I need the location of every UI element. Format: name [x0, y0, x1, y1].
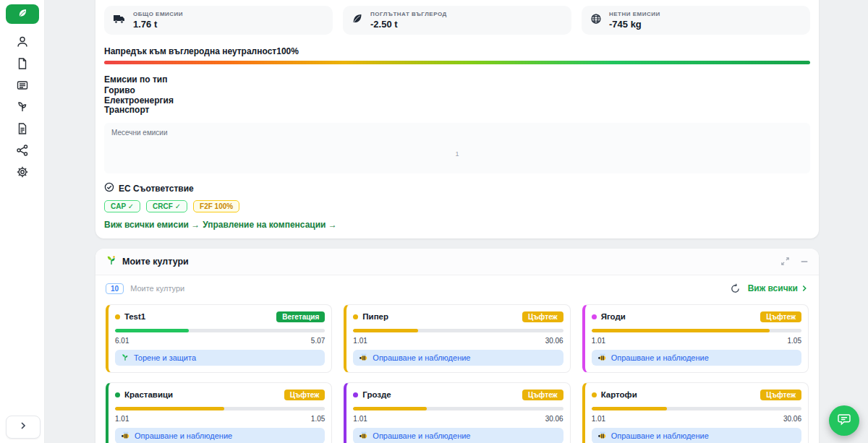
emissions-header-icon — [104, 0, 115, 1]
crop-progress-track — [353, 329, 563, 332]
offsets-management-link[interactable]: Управление на компенсации → — [203, 220, 337, 230]
crop-progress-track — [353, 407, 563, 410]
sidebar-item-profile[interactable] — [10, 33, 35, 54]
crops-toolbar: 10 Моите култури Виж всички — [95, 275, 819, 298]
crop-color-dot — [592, 314, 597, 319]
chart-page-number: 1 — [455, 150, 459, 158]
emissions-by-type: Емисии по тип Гориво Електроенергия Тран… — [104, 74, 810, 116]
crop-progress-fill — [353, 329, 418, 332]
user-icon — [16, 35, 29, 51]
truck-icon — [113, 14, 126, 27]
crop-action-row[interactable]: Опрашване и наблюдение — [115, 428, 325, 443]
emissions-by-type-title: Емисии по тип — [104, 74, 810, 85]
neutrality-value: 100% — [276, 46, 299, 56]
crop-start-date: 1.01 — [592, 337, 605, 345]
sidebar-item-dashboard[interactable] — [6, 4, 39, 24]
crop-card-krastavici[interactable]: Краставици Цъфтеж 1.01 1.05 Опрашване и … — [106, 382, 332, 443]
crop-end-date: 5.07 — [311, 337, 325, 345]
collapse-panel-button[interactable] — [800, 257, 809, 266]
globe-icon — [590, 13, 602, 27]
crops-panel-title: Моите култури — [122, 257, 189, 267]
sidebar-item-reports[interactable] — [10, 119, 35, 141]
stat-label: ОБЩО ЕМИСИИ — [133, 11, 183, 17]
crop-start-date: 1.01 — [353, 415, 367, 423]
crop-action-row[interactable]: Опрашване и наблюдение — [353, 350, 563, 366]
sidebar-item-news[interactable] — [10, 76, 35, 98]
crop-card-yagodi[interactable]: Ягоди Цъфтеж 1.01 1.05 Опрашване и наблю… — [582, 304, 809, 373]
leaf-icon — [352, 13, 363, 27]
crop-card-test1[interactable]: Test1 Вегетация 6.01 5.07 Торене и защит… — [106, 304, 332, 373]
view-all-emissions-link[interactable]: Виж всички емисии → — [104, 220, 200, 230]
refresh-icon[interactable] — [730, 283, 741, 294]
crop-start-date: 1.01 — [592, 415, 605, 423]
my-crops-panel: Моите култури 10 Моите култури Виж всичк… — [95, 249, 819, 443]
stat-total-emissions: ОБЩО ЕМИСИИ 1.76 t — [104, 6, 333, 35]
stat-value: -2.50 t — [370, 19, 447, 30]
crop-stage-badge: Цъфтеж — [522, 390, 563, 400]
view-all-crops-button[interactable]: Виж всички — [748, 283, 809, 293]
crop-name: Грозде — [362, 390, 391, 399]
crop-color-dot — [115, 314, 120, 319]
crop-end-date: 30.06 — [545, 337, 563, 345]
sidebar-expand-button[interactable] — [6, 416, 41, 439]
badge-crcf: CRCF ✓ — [146, 200, 187, 212]
crops-grid: Test1 Вегетация 6.01 5.07 Торене и защит… — [95, 298, 819, 443]
crop-progress-fill — [353, 407, 427, 410]
type-fuel: Гориво — [104, 86, 810, 96]
sidebar-item-share[interactable] — [10, 141, 35, 163]
crop-action-row[interactable]: Опрашване и наблюдение — [592, 350, 801, 366]
crop-stage-badge: Цъфтеж — [284, 390, 326, 400]
monthly-emissions-chart: Месечни емисии 1 — [104, 123, 810, 173]
crop-color-dot — [353, 314, 358, 319]
crop-action-row[interactable]: Торене и защита — [115, 350, 325, 366]
crop-end-date: 30.06 — [783, 415, 801, 423]
crop-color-dot — [115, 392, 120, 397]
crops-count-badge: 10 — [106, 283, 124, 294]
crop-end-date: 1.05 — [788, 337, 801, 345]
neutrality-progress-bar — [104, 61, 810, 64]
crop-action-label: Опрашване и наблюдение — [611, 353, 709, 362]
sidebar-item-documents[interactable] — [10, 54, 35, 76]
crop-start-date: 1.01 — [353, 337, 367, 345]
crop-action-label: Торене и защита — [134, 353, 196, 362]
type-electricity: Електроенергия — [104, 96, 810, 106]
stat-value: 1.76 t — [133, 19, 183, 30]
crop-end-date: 1.05 — [311, 415, 325, 423]
badge-f2f: F2F 100% — [193, 200, 239, 212]
crop-color-dot — [353, 392, 358, 397]
crop-name: Ягоди — [601, 312, 626, 321]
sprout-icon — [121, 353, 129, 363]
crop-name: Пипер — [362, 312, 388, 321]
chat-bubble-icon — [837, 412, 851, 429]
bee-icon — [121, 431, 130, 441]
neutrality-label: Напредък към въглеродна неутралност100% — [104, 46, 810, 56]
sidebar-item-settings[interactable] — [10, 163, 35, 184]
crop-action-row[interactable]: Опрашване и наблюдение — [592, 428, 801, 443]
compliance-title: ЕС Съответствие — [119, 184, 194, 194]
expand-panel-button[interactable] — [780, 257, 790, 266]
crop-name: Картофи — [601, 390, 637, 399]
crop-progress-fill — [115, 407, 224, 410]
crop-start-date: 6.01 — [115, 337, 129, 345]
crop-card-grozde[interactable]: Грозде Цъфтеж 1.01 30.06 Опрашване и наб… — [344, 382, 570, 443]
stat-net-emissions: НЕТНИ ЕМИСИИ -745 kg — [582, 6, 810, 35]
crop-stage-badge: Цъфтеж — [760, 311, 801, 322]
crop-card-kartofi[interactable]: Картофи Цъфтеж 1.01 30.06 Опрашване и на… — [582, 382, 809, 443]
crops-list-label: Моите култури — [130, 284, 184, 293]
bee-icon — [359, 431, 368, 441]
crop-progress-track — [115, 329, 325, 332]
crop-name: Test1 — [124, 312, 145, 321]
sidebar — [0, 0, 45, 443]
chart-title: Месечни емисии — [111, 129, 803, 137]
file-icon — [16, 57, 29, 73]
crop-action-label: Опрашване и наблюдение — [373, 431, 470, 440]
gear-icon — [16, 165, 29, 181]
chevron-right-icon — [18, 421, 28, 434]
crop-stage-badge: Вегетация — [276, 311, 325, 322]
crop-card-piper[interactable]: Пипер Цъфтеж 1.01 30.06 Опрашване и набл… — [344, 304, 570, 373]
chat-button[interactable] — [829, 405, 859, 436]
sidebar-item-crops[interactable] — [10, 98, 35, 119]
crop-action-row[interactable]: Опрашване и наблюдение — [353, 428, 563, 443]
main-content: ОБЩО ЕМИСИИ 1.76 t ПОГЛЪТНАТ ВЪГЛЕРОД -2… — [45, 0, 868, 443]
crop-progress-track — [592, 407, 801, 410]
